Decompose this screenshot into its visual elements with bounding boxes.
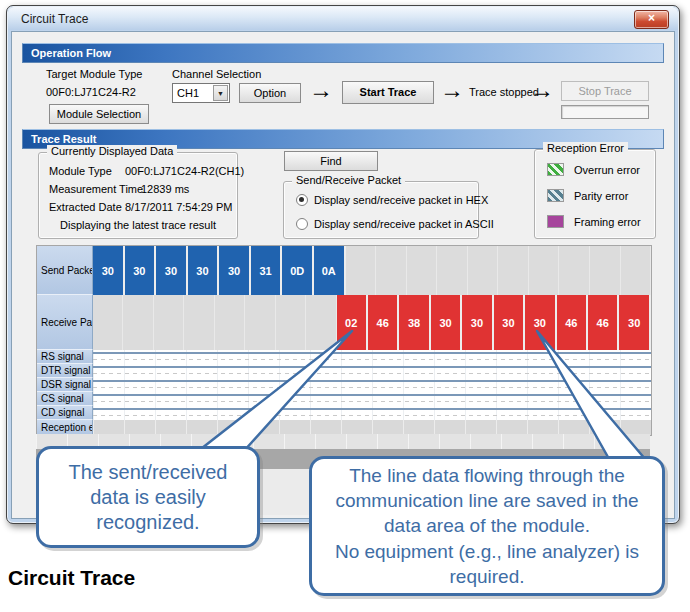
screenshot-canvas: Circuit Trace × Operation Flow Target Mo… [0, 0, 690, 612]
chevron-down-icon[interactable]: ▼ [213, 85, 228, 101]
grid-cell-empty[interactable] [276, 295, 306, 350]
signal-track [93, 378, 651, 392]
title-bar[interactable]: Circuit Trace × [8, 7, 678, 30]
group-title: Reception Error [543, 142, 628, 154]
grid-cell-empty[interactable] [123, 295, 153, 350]
reception-error-group: Reception Error Overrun error Parity err… [534, 149, 656, 239]
signal-track [93, 406, 651, 420]
row-label: Send Packet [37, 246, 93, 295]
framing-error-swatch-icon [547, 215, 564, 228]
send-receive-packet-group: Send/Receive Packet Display send/receive… [283, 181, 479, 239]
measurement-time-label: Measurement Time [49, 183, 143, 195]
signal-row: RS signal [37, 350, 651, 364]
close-icon: × [648, 11, 655, 25]
radio-icon[interactable] [296, 194, 308, 206]
row-label: DSR signal [37, 378, 93, 392]
receive-cell[interactable]: 46 [557, 295, 588, 350]
grid-cell-empty[interactable] [559, 246, 590, 295]
callout-sent-received: The sent/received data is easily recogni… [36, 446, 260, 548]
group-title: Send/Receive Packet [292, 174, 405, 186]
parity-error-swatch-icon [547, 189, 564, 202]
module-selection-button[interactable]: Module Selection [49, 104, 149, 124]
channel-select-value: CH1 [177, 87, 199, 99]
callout-line-data: The line data flowing through the commun… [309, 456, 665, 596]
grid-cell-empty[interactable] [621, 246, 652, 295]
grid-cell-empty[interactable] [498, 246, 529, 295]
send-packet-row: Send Packet3030303030310D0A [37, 246, 651, 295]
grid-cell-empty[interactable] [529, 246, 560, 295]
currently-displayed-data-group: Currently Displayed Data Module Type 00F… [38, 152, 238, 239]
start-trace-button[interactable]: Start Trace [342, 81, 434, 104]
signal-row: CS signal [37, 392, 651, 406]
radio-icon[interactable] [296, 218, 308, 230]
trace-grid: Send Packet3030303030310D0AReceive Packe… [36, 245, 652, 436]
grid-cell-empty[interactable] [590, 246, 621, 295]
flow-arrow-icon: → [530, 80, 554, 100]
stop-trace-button: Stop Trace [561, 81, 649, 101]
receive-cell[interactable]: 30 [525, 295, 556, 350]
send-cell[interactable]: 30 [93, 246, 125, 295]
overrun-error-swatch-icon [547, 163, 564, 176]
receive-cell[interactable]: 30 [619, 295, 650, 350]
grid-cell-empty[interactable] [184, 295, 214, 350]
signal-row: DSR signal [37, 378, 651, 392]
group-title: Currently Displayed Data [47, 145, 177, 157]
send-cell[interactable]: 30 [219, 246, 251, 295]
figure-caption: Circuit Trace [8, 566, 135, 590]
channel-select[interactable]: CH1 ▼ [172, 83, 230, 103]
flow-arrow-icon: → [440, 80, 464, 100]
receive-cell[interactable]: 02 [337, 295, 368, 350]
signal-row: CD signal [37, 406, 651, 420]
grid-cell-empty[interactable] [306, 295, 336, 350]
grid-cell-empty[interactable] [346, 246, 377, 295]
grid-cell-empty[interactable] [437, 246, 468, 295]
extracted-date-value: 8/17/2011 7:54:29 PM [125, 201, 232, 213]
grid-cell-empty[interactable] [93, 295, 123, 350]
receive-cell[interactable]: 30 [494, 295, 525, 350]
module-type-value: 00F0:LJ71C24-R2(CH1) [125, 165, 244, 177]
row-label: Reception error [37, 420, 93, 435]
receive-cell[interactable]: 46 [368, 295, 399, 350]
find-button[interactable]: Find [284, 151, 378, 171]
send-cell[interactable]: 30 [188, 246, 220, 295]
signal-track [93, 350, 651, 364]
row-label: RS signal [37, 350, 93, 364]
row-label: DTR signal [37, 364, 93, 378]
reception-error-row: Reception error [37, 420, 651, 435]
receive-cell[interactable]: 38 [399, 295, 430, 350]
grid-cell-empty[interactable] [215, 295, 245, 350]
trace-status-text: Trace stopped [469, 86, 539, 98]
row-label: Receive Packet [37, 295, 93, 350]
row-label: CD signal [37, 406, 93, 420]
latest-trace-note: Displaying the latest trace result [39, 219, 237, 231]
send-cell[interactable]: 31 [251, 246, 283, 295]
trace-progress-field [561, 105, 649, 119]
send-cell[interactable]: 30 [156, 246, 188, 295]
grid-cell-empty[interactable] [154, 295, 184, 350]
grid-cell-empty[interactable] [376, 246, 407, 295]
extracted-date-label: Extracted Date [49, 201, 122, 213]
send-cell[interactable]: 30 [125, 246, 157, 295]
grid-cell-empty[interactable] [468, 246, 499, 295]
signal-track [93, 392, 651, 406]
receive-cell[interactable]: 46 [588, 295, 619, 350]
measurement-time-value: 12839 ms [141, 183, 189, 195]
close-button[interactable]: × [634, 10, 669, 29]
reception-error-track [93, 420, 651, 435]
channel-selection-label: Channel Selection [172, 68, 261, 80]
send-cell[interactable]: 0D [282, 246, 314, 295]
send-cell[interactable]: 0A [314, 246, 346, 295]
target-module-value: 00F0:LJ71C24-R2 [46, 86, 136, 98]
option-button[interactable]: Option [239, 83, 301, 103]
module-type-label: Module Type [49, 165, 112, 177]
receive-cell[interactable]: 30 [462, 295, 493, 350]
signal-row: DTR signal [37, 364, 651, 378]
grid-cell-empty[interactable] [245, 295, 275, 350]
row-label: CS signal [37, 392, 93, 406]
grid-cell-empty[interactable] [407, 246, 438, 295]
target-module-type-label: Target Module Type [46, 68, 142, 80]
receive-packet-row: Receive Packet02463830303030464630 [37, 295, 651, 350]
receive-cell[interactable]: 30 [431, 295, 462, 350]
operation-flow-header: Operation Flow [22, 43, 664, 63]
window-title: Circuit Trace [21, 12, 88, 26]
